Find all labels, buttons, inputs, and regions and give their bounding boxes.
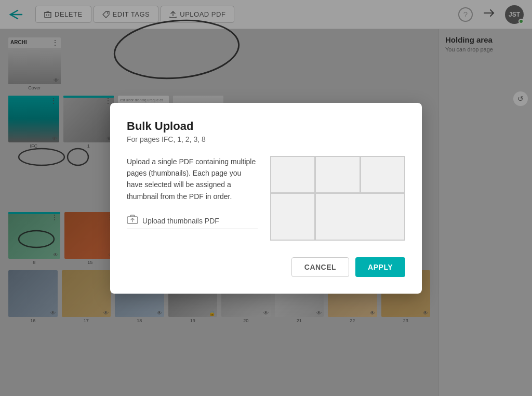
dialog-description: Upload a single PDF containing multiple … [127,156,258,241]
preview-cell-3 [361,156,405,193]
preview-cell-2 [315,156,360,193]
bulk-upload-dialog: Bulk Upload For pages IFC, 1, 2, 3, 8 Up… [110,103,422,294]
dialog-subtitle: For pages IFC, 1, 2, 3, 8 [127,135,405,143]
dialog-footer: CANCEL APPLY [127,257,405,277]
apply-button[interactable]: APPLY [355,257,405,277]
dialog-body: Upload a single PDF containing multiple … [127,156,405,241]
upload-pdf-icon [127,215,138,227]
thumbnail-preview-grid [270,156,405,241]
preview-cell-1 [271,156,315,193]
preview-cell-4 [271,193,315,240]
cancel-button[interactable]: CANCEL [291,257,349,277]
upload-field[interactable]: Upload thumbnails PDF [127,215,258,229]
upload-field-label: Upload thumbnails PDF [142,217,219,225]
dialog-description-text: Upload a single PDF containing multiple … [127,156,258,203]
preview-cell-5 [315,193,405,240]
dialog-title: Bulk Upload [127,120,405,133]
dialog-overlay: Bulk Upload For pages IFC, 1, 2, 3, 8 Up… [0,0,532,396]
